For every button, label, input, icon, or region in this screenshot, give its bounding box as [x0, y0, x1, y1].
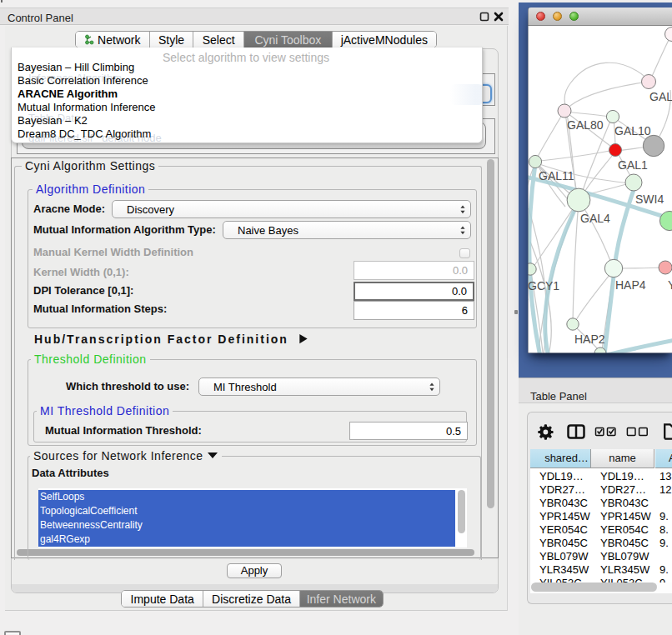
- svg-text:GAL4: GAL4: [580, 212, 610, 225]
- svg-text:GAL80: GAL80: [567, 118, 604, 132]
- svg-text:HAP2: HAP2: [574, 332, 605, 346]
- svg-text:GAL1: GAL1: [618, 158, 648, 172]
- svg-text:GAL11: GAL11: [539, 169, 574, 182]
- svg-text:SWI4: SWI4: [635, 192, 664, 206]
- svg-text:GCY1: GCY1: [528, 279, 559, 292]
- svg-text:GAL2: GAL2: [649, 90, 672, 103]
- svg-text:Y: Y: [668, 278, 672, 292]
- svg-text:GAL10: GAL10: [614, 124, 651, 138]
- svg-text:HAP4: HAP4: [615, 278, 646, 292]
